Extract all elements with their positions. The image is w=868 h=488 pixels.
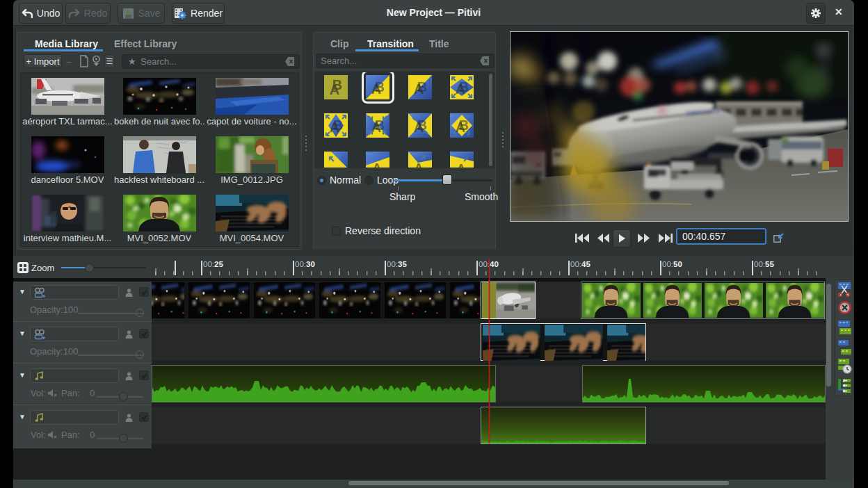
svg-text:A: A: [330, 82, 339, 97]
svg-text:A: A: [330, 120, 339, 135]
svg-text:A: A: [414, 81, 424, 97]
svg-text:A: A: [456, 81, 465, 97]
svg-text:A: A: [457, 162, 466, 168]
svg-text:A: A: [373, 161, 382, 168]
svg-text:A: A: [415, 161, 424, 168]
svg-text:A: A: [414, 120, 424, 135]
svg-text:A: A: [371, 81, 381, 97]
svg-text:A: A: [456, 120, 465, 135]
